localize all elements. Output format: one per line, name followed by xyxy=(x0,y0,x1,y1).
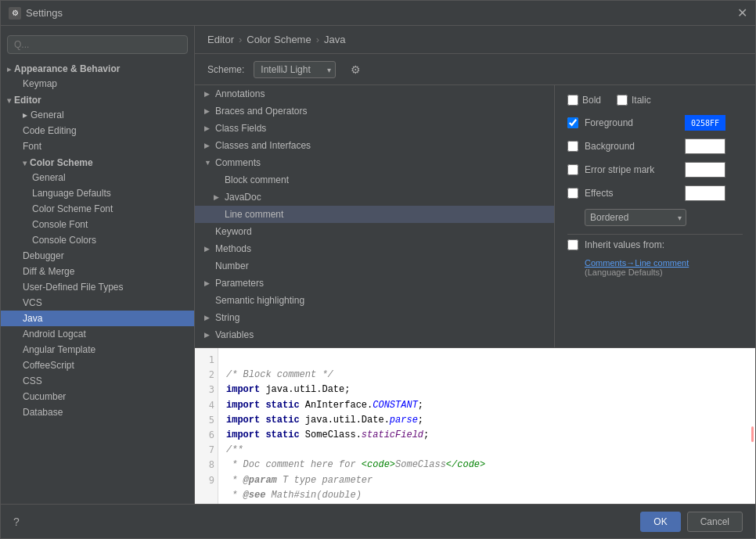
tree-item-variables[interactable]: ▶ Variables xyxy=(195,326,554,343)
sidebar-item-label: Database xyxy=(23,407,63,418)
tree-arrow-icon: ▶ xyxy=(204,90,212,98)
tree-item-keyword[interactable]: Keyword xyxy=(195,223,554,240)
effects-type-select[interactable]: Bordered Underscored Bold underscored Un… xyxy=(585,209,686,226)
main-content: ▸ Appearance & Behavior Keymap ▾ Editor … xyxy=(1,26,755,504)
sidebar-item-diff-merge[interactable]: Diff & Merge xyxy=(1,264,194,279)
tree-item-annotations[interactable]: ▶ Annotations xyxy=(195,85,554,102)
expand-arrow-icon: ▸ xyxy=(23,110,27,120)
code-line-5: import static SomeClass.staticField; xyxy=(226,429,429,440)
tree-item-class-fields[interactable]: ▶ Class Fields xyxy=(195,120,554,137)
sidebar-item-debugger[interactable]: Debugger xyxy=(1,248,194,264)
sidebar-item-css[interactable]: CSS xyxy=(1,373,194,389)
sidebar-item-language-defaults[interactable]: Language Defaults xyxy=(1,185,194,201)
tree-item-comments[interactable]: ▼ Comments xyxy=(195,154,554,171)
error-stripe-checkbox[interactable] xyxy=(567,164,578,175)
italic-label: Italic xyxy=(632,95,651,106)
inherit-row: Inherit values from: xyxy=(567,239,743,250)
tree-item-parameters[interactable]: ▶ Parameters xyxy=(195,275,554,292)
inherit-label: Inherit values from: xyxy=(585,239,664,250)
tree-item-label: JavaDoc xyxy=(225,192,261,203)
sidebar-item-label: CoffeeScript xyxy=(23,360,74,371)
search-input[interactable] xyxy=(7,35,188,54)
sidebar-item-user-defined[interactable]: User-Defined File Types xyxy=(1,279,194,295)
sidebar-item-android-logcat[interactable]: Android Logcat xyxy=(1,326,194,342)
inherit-checkbox[interactable] xyxy=(567,239,578,250)
tree-item-javadoc[interactable]: ▶ JavaDoc xyxy=(195,189,554,206)
sidebar-item-color-scheme-group[interactable]: ▾ Color Scheme xyxy=(1,154,194,170)
effects-dropdown-row: Bordered Underscored Bold underscored Un… xyxy=(567,209,743,226)
tree-item-semantic[interactable]: Semantic highlighting xyxy=(195,292,554,309)
sidebar-item-label: Language Defaults xyxy=(32,188,111,199)
scheme-select[interactable]: IntelliJ Light Default Darcula High cont… xyxy=(254,61,336,78)
tree-arrow-icon: ▶ xyxy=(204,107,212,115)
breadcrumb-sep1: › xyxy=(239,34,242,45)
sidebar-item-java[interactable]: Java xyxy=(1,311,194,326)
sidebar-item-label: Console Colors xyxy=(32,235,96,246)
tree-item-label: Braces and Operators xyxy=(215,106,307,117)
effects-color-swatch[interactable] xyxy=(685,185,725,201)
sidebar-item-console-font[interactable]: Console Font xyxy=(1,217,194,232)
tree-item-methods[interactable]: ▶ Methods xyxy=(195,240,554,257)
help-icon[interactable]: ? xyxy=(13,516,20,528)
sidebar-item-console-colors[interactable]: Console Colors xyxy=(1,232,194,248)
tree-item-label: Keyword xyxy=(215,226,252,237)
tree-item-label: Methods xyxy=(215,243,251,254)
foreground-color-hex: 0258FF xyxy=(691,119,719,128)
code-preview: 1 2 3 4 5 6 7 8 9 /* Block comment */ im… xyxy=(195,347,755,504)
search-box xyxy=(7,35,188,54)
inherit-link[interactable]: Comments→Line comment xyxy=(585,258,743,268)
sidebar-item-code-editing[interactable]: Code Editing xyxy=(1,123,194,138)
properties-panel: Bold Italic Foreground 0258FF xyxy=(555,85,755,347)
breadcrumb-java: Java xyxy=(324,34,345,45)
tree-item-braces[interactable]: ▶ Braces and Operators xyxy=(195,102,554,120)
bold-checkbox[interactable] xyxy=(567,95,578,106)
tree-item-label: Comments xyxy=(215,157,261,168)
expand-arrow-icon: ▾ xyxy=(7,96,11,105)
sidebar-item-vcs[interactable]: VCS xyxy=(1,295,194,311)
tree-arrow-icon: ▶ xyxy=(204,142,212,149)
tree-item-block-comment[interactable]: Block comment xyxy=(195,171,554,189)
title-bar: ⚙ Settings ✕ xyxy=(1,1,755,26)
sidebar-item-label: Appearance & Behavior xyxy=(14,63,120,74)
sidebar-item-label: Color Scheme xyxy=(30,157,93,168)
sidebar-item-database[interactable]: Database xyxy=(1,404,194,420)
cancel-button[interactable]: Cancel xyxy=(687,512,743,532)
tree-item-number[interactable]: Number xyxy=(195,257,554,275)
sidebar-item-font[interactable]: Font xyxy=(1,138,194,154)
sidebar-item-cs-general[interactable]: General xyxy=(1,170,194,185)
sidebar-item-keymap[interactable]: Keymap xyxy=(1,76,194,92)
sidebar-item-angular-template[interactable]: Angular Template xyxy=(1,342,194,358)
background-color-swatch[interactable] xyxy=(685,138,725,154)
close-button[interactable]: ✕ xyxy=(737,7,747,20)
gear-button[interactable]: ⚙ xyxy=(345,59,365,80)
bold-label: Bold xyxy=(582,95,601,106)
tree-item-label: Class Fields xyxy=(215,123,266,134)
sidebar-item-label: Diff & Merge xyxy=(23,266,74,277)
sidebar-item-general[interactable]: ▸ General xyxy=(1,107,194,123)
sidebar-item-appearance[interactable]: ▸ Appearance & Behavior xyxy=(1,60,194,76)
sidebar-item-coffeescript[interactable]: CoffeeScript xyxy=(1,358,194,373)
tree-item-string[interactable]: ▶ String xyxy=(195,309,554,326)
foreground-checkbox[interactable] xyxy=(567,117,578,128)
sidebar-item-cs-font[interactable]: Color Scheme Font xyxy=(1,201,194,217)
effects-type-wrapper: Bordered Underscored Bold underscored Un… xyxy=(585,209,686,226)
dialog-footer: ? OK Cancel xyxy=(1,504,755,538)
breadcrumb-sep2: › xyxy=(316,34,319,45)
ok-button[interactable]: OK xyxy=(640,512,680,532)
foreground-color-swatch[interactable]: 0258FF xyxy=(685,115,725,131)
sidebar-item-cucumber[interactable]: Cucumber xyxy=(1,389,194,404)
bold-option: Bold xyxy=(567,95,601,106)
background-checkbox[interactable] xyxy=(567,141,578,152)
sidebar-item-editor[interactable]: ▾ Editor xyxy=(1,92,194,107)
code-line-7: * Doc comment here for <code>SomeClass</… xyxy=(226,459,485,470)
tree-item-classes-interfaces[interactable]: ▶ Classes and Interfaces xyxy=(195,137,554,154)
error-stripe-color-swatch[interactable] xyxy=(685,162,725,178)
breadcrumb: Editor › Color Scheme › Java xyxy=(195,26,755,54)
tree-item-label: Annotations xyxy=(215,88,265,99)
line-num: 1 xyxy=(198,353,214,368)
italic-checkbox[interactable] xyxy=(617,95,628,106)
tree-item-line-comment[interactable]: Line comment xyxy=(195,206,554,223)
effects-checkbox[interactable] xyxy=(567,188,578,199)
sidebar-item-label: Color Scheme Font xyxy=(32,203,113,214)
code-line-3: import static AnInterface.CONSTANT; xyxy=(226,400,423,411)
